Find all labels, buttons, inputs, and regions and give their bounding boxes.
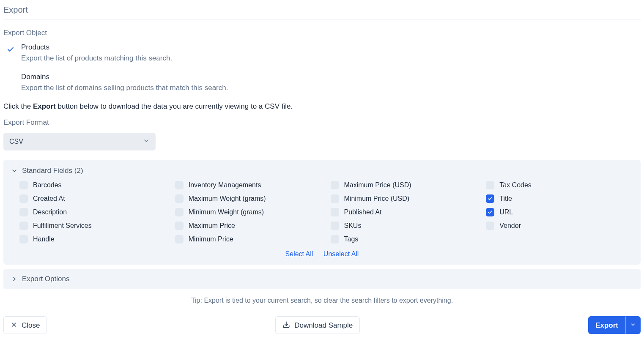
checkbox-icon: [331, 208, 339, 216]
field-label: Title: [499, 195, 512, 203]
field-label: Fulfillment Services: [33, 222, 92, 230]
checkbox-icon: [175, 208, 184, 216]
standard-fields-toggle[interactable]: Standard Fields (2): [11, 167, 633, 175]
field-checkbox[interactable]: Barcodes: [19, 181, 167, 189]
chevron-down-icon: [630, 322, 636, 329]
field-label: Created At: [33, 195, 65, 203]
field-label: Maximum Price: [189, 222, 235, 230]
export-object-option[interactable]: ProductsExport the list of products matc…: [6, 43, 641, 63]
field-label: Minimum Price: [189, 235, 233, 243]
field-checkbox[interactable]: Inventory Managements: [175, 181, 322, 189]
download-sample-label: Download Sample: [294, 322, 353, 329]
checkbox-icon: [19, 222, 28, 230]
export-object-label: Export Object: [3, 29, 641, 37]
checkbox-icon: [19, 194, 28, 203]
field-checkbox[interactable]: Tags: [331, 235, 478, 244]
close-icon: [11, 321, 17, 329]
export-options-panel: Export Options: [3, 269, 641, 289]
field-checkbox[interactable]: SKUs: [331, 222, 478, 230]
checkbox-icon: [175, 194, 184, 203]
field-label: Vendor: [499, 222, 521, 230]
instruction-prefix: Click the: [3, 102, 33, 110]
export-object-option[interactable]: DomainsExport the list of domains sellin…: [6, 73, 641, 92]
field-label: Tax Codes: [499, 181, 532, 189]
export-options-title: Export Options: [22, 275, 69, 283]
unselect-all-link[interactable]: Unselect All: [323, 250, 359, 257]
checkbox-icon: [331, 194, 339, 203]
select-all-link[interactable]: Select All: [285, 250, 313, 257]
field-label: Minimum Price (USD): [344, 195, 410, 203]
chevron-right-icon: [11, 276, 18, 282]
instruction-text: Click the Export button below to downloa…: [3, 102, 641, 111]
object-option-desc: Export the list of products matching thi…: [21, 54, 172, 63]
field-checkbox[interactable]: Description: [19, 208, 167, 216]
object-option-desc: Export the list of domains selling produ…: [21, 84, 228, 92]
field-checkbox[interactable]: Maximum Weight (grams): [175, 194, 322, 203]
checkbox-icon: [331, 235, 339, 244]
field-checkbox[interactable]: Published At: [331, 208, 478, 216]
close-label: Close: [22, 322, 40, 329]
instruction-suffix: button below to download the data you ar…: [56, 102, 293, 110]
checkbox-icon: [331, 181, 339, 189]
field-checkbox[interactable]: Maximum Price: [175, 222, 322, 230]
checkbox-icon: [486, 194, 494, 203]
field-checkbox[interactable]: Created At: [19, 194, 167, 203]
download-icon: [282, 321, 290, 330]
checkbox-icon: [175, 222, 184, 230]
export-more-button[interactable]: [625, 316, 641, 334]
tip-text: Tip: Export is tied to your current sear…: [3, 297, 641, 304]
field-checkbox[interactable]: Minimum Price (USD): [331, 194, 478, 203]
export-format-label: Export Format: [3, 118, 641, 127]
download-sample-button[interactable]: Download Sample: [275, 316, 360, 334]
export-format-select[interactable]: CSV: [3, 133, 156, 151]
field-checkbox[interactable]: Handle: [19, 235, 167, 244]
checkbox-icon: [19, 208, 28, 216]
checkbox-icon: [19, 235, 28, 244]
field-checkbox[interactable]: Fulfillment Services: [19, 222, 167, 230]
close-button[interactable]: Close: [3, 316, 47, 334]
field-label: Barcodes: [33, 181, 62, 189]
field-checkbox[interactable]: Title: [486, 194, 633, 203]
export-format-value: CSV: [9, 138, 23, 145]
field-label: Maximum Price (USD): [344, 181, 411, 189]
export-label: Export: [595, 322, 618, 329]
field-label: Maximum Weight (grams): [189, 195, 266, 203]
standard-fields-panel: Standard Fields (2) BarcodesInventory Ma…: [3, 160, 641, 265]
field-label: Inventory Managements: [189, 181, 261, 189]
field-label: Minimum Weight (grams): [189, 208, 264, 216]
field-label: URL: [499, 208, 513, 216]
field-label: Tags: [344, 235, 359, 243]
checkbox-icon: [486, 181, 494, 189]
field-checkbox[interactable]: Minimum Weight (grams): [175, 208, 322, 216]
export-options-toggle[interactable]: Export Options: [11, 275, 633, 283]
page-title: Export: [3, 3, 641, 19]
standard-fields-title: Standard Fields (2): [22, 167, 83, 175]
checkbox-icon: [486, 208, 494, 216]
instruction-bold: Export: [33, 102, 56, 110]
checkbox-icon: [331, 222, 339, 230]
divider: [3, 19, 641, 19]
object-option-title: Domains: [21, 73, 228, 81]
field-checkbox[interactable]: Vendor: [486, 222, 633, 230]
field-label: Handle: [33, 235, 55, 243]
field-label: Description: [33, 208, 67, 216]
field-checkbox[interactable]: Minimum Price: [175, 235, 322, 244]
checkbox-icon: [175, 235, 184, 244]
field-label: Published At: [344, 208, 382, 216]
field-checkbox[interactable]: Tax Codes: [486, 181, 633, 189]
chevron-down-icon: [143, 137, 150, 146]
field-checkbox[interactable]: URL: [486, 208, 633, 216]
check-icon: [7, 46, 14, 53]
checkbox-icon: [486, 222, 494, 230]
field-label: SKUs: [344, 222, 362, 230]
checkbox-icon: [19, 181, 28, 189]
field-checkbox[interactable]: Maximum Price (USD): [331, 181, 478, 189]
chevron-down-icon: [11, 167, 18, 174]
object-option-title: Products: [21, 43, 172, 52]
export-button[interactable]: Export: [588, 316, 625, 334]
checkbox-icon: [175, 181, 184, 189]
